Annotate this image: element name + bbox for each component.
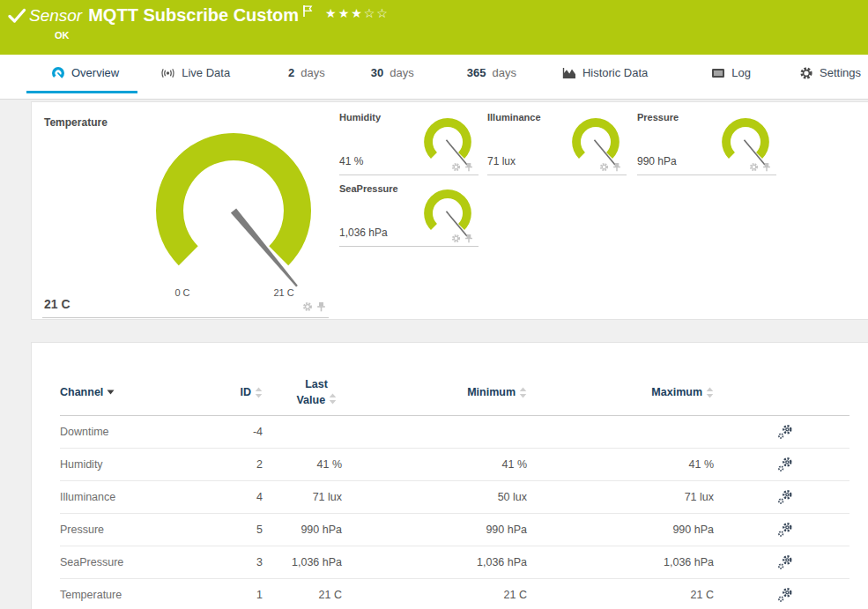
tab-2-days[interactable]: 2 days bbox=[288, 55, 325, 91]
sort-both-icon bbox=[255, 387, 263, 398]
tab-historic-data-label: Historic Data bbox=[582, 66, 648, 79]
channel-settings-gears-icon[interactable] bbox=[777, 457, 849, 472]
pin-icon[interactable] bbox=[464, 162, 473, 172]
channel-minimum: 41 % bbox=[502, 458, 528, 471]
channel-minimum: 21 C bbox=[504, 589, 527, 601]
tab-overview-label: Overview bbox=[71, 66, 119, 79]
table-row: Downtime -4 bbox=[60, 416, 849, 449]
gauge-tile-humidity: Humidity 41 % bbox=[339, 108, 479, 175]
pin-icon[interactable] bbox=[612, 162, 621, 172]
flag-icon[interactable] bbox=[302, 4, 313, 21]
tab-log-label: Log bbox=[731, 66, 751, 79]
channel-name: Illuminance bbox=[60, 491, 115, 503]
channel-maximum: 990 hPa bbox=[672, 524, 714, 536]
object-type-label: Sensor bbox=[29, 6, 82, 25]
channel-id: 1 bbox=[256, 589, 263, 601]
table-row: Temperature 1 21 C 21 C 21 C bbox=[60, 579, 849, 609]
tab-365-days-number: 365 bbox=[467, 66, 486, 79]
sort-desc-icon bbox=[107, 390, 115, 395]
tab-log[interactable]: Log bbox=[711, 55, 751, 91]
gauge-tile-title: Illuminance bbox=[487, 112, 541, 123]
column-header-minimum[interactable]: Minimum bbox=[467, 386, 527, 398]
gauge-tile-value: 1,036 hPa bbox=[339, 227, 388, 239]
primary-gauge-tile: Temperature 0 C 21 C 21 C bbox=[42, 106, 329, 318]
channel-id: 4 bbox=[256, 491, 263, 503]
tab-30-days[interactable]: 30 days bbox=[371, 55, 414, 91]
tab-settings-label: Settings bbox=[820, 66, 861, 79]
prtg-sensor-page: { "colors": { "green": "#b1c90e", "blue"… bbox=[0, 0, 868, 609]
channel-settings-gears-icon[interactable] bbox=[777, 489, 849, 505]
channel-gear-icon[interactable] bbox=[451, 162, 461, 172]
channel-name: SeaPressure bbox=[60, 556, 123, 568]
gauge-scale-max: 21 C bbox=[273, 287, 293, 298]
pin-icon[interactable] bbox=[316, 301, 326, 312]
channel-gear-icon[interactable] bbox=[599, 162, 609, 172]
channel-name: Downtime bbox=[60, 426, 109, 438]
priority-stars[interactable]: ★★★☆☆ bbox=[325, 6, 389, 20]
column-header-last-value-label: Last Value bbox=[296, 378, 327, 406]
log-list-icon bbox=[711, 66, 725, 80]
channel-last-value: 21 C bbox=[319, 589, 342, 601]
tab-365-days[interactable]: 365 days bbox=[467, 55, 516, 91]
column-header-last-value[interactable]: Last Value bbox=[291, 376, 342, 408]
tab-settings[interactable]: Settings bbox=[799, 55, 861, 91]
tab-overview[interactable]: Overview bbox=[51, 55, 119, 91]
channel-id: 3 bbox=[256, 556, 263, 568]
gauge-tile-value: 990 hPa bbox=[637, 155, 677, 167]
channel-maximum: 71 lux bbox=[685, 491, 714, 503]
area-chart-icon bbox=[562, 66, 576, 80]
gauge-tile-title: Pressure bbox=[637, 112, 679, 123]
gauge-tile-illuminance: Illuminance 71 lux bbox=[487, 108, 627, 175]
tab-live-data[interactable]: Live Data bbox=[160, 55, 230, 91]
temperature-gauge bbox=[145, 127, 322, 303]
channel-settings-gears-icon[interactable] bbox=[777, 424, 849, 440]
channel-settings-gears-icon[interactable] bbox=[777, 554, 849, 570]
tab-365-days-unit: days bbox=[492, 66, 516, 79]
gauge-tile-value: 71 lux bbox=[487, 155, 516, 167]
channel-id: 5 bbox=[256, 524, 263, 536]
channel-gear-icon[interactable] bbox=[451, 234, 461, 243]
stars-filled: ★★★ bbox=[325, 6, 364, 20]
table-row: Humidity 2 41 % 41 % 41 % bbox=[60, 449, 849, 481]
channel-last-value: 71 lux bbox=[313, 491, 342, 503]
stars-empty: ☆☆ bbox=[364, 6, 389, 20]
gauge-icon bbox=[51, 66, 65, 80]
gauge-scale-min: 0 C bbox=[174, 287, 189, 298]
table-row: Pressure 5 990 hPa 990 hPa 990 hPa bbox=[60, 514, 849, 546]
gauge-tile-pressure: Pressure 990 hPa bbox=[637, 108, 776, 175]
column-header-channel-label: Channel bbox=[60, 386, 103, 398]
gauge-tile-seapressure: SeaPressure 1,036 hPa bbox=[339, 179, 479, 247]
tab-2-days-number: 2 bbox=[288, 66, 294, 79]
status-badge: OK bbox=[55, 30, 70, 41]
pin-icon[interactable] bbox=[464, 234, 473, 243]
channel-gear-icon[interactable] bbox=[749, 162, 759, 172]
channel-settings-gears-icon[interactable] bbox=[777, 587, 849, 603]
column-header-id[interactable]: ID bbox=[241, 386, 263, 398]
channel-table: Channel ID Last Value Minimum Maximum bbox=[60, 369, 849, 609]
channel-settings-gears-icon[interactable] bbox=[777, 522, 849, 538]
channel-name: Humidity bbox=[60, 458, 103, 471]
tab-30-days-number: 30 bbox=[371, 66, 383, 79]
channel-name: Pressure bbox=[60, 524, 104, 536]
channel-gear-icon[interactable] bbox=[302, 301, 313, 312]
pin-icon[interactable] bbox=[762, 162, 771, 172]
tab-30-days-unit: days bbox=[389, 66, 413, 79]
primary-gauge-value: 21 C bbox=[44, 297, 70, 311]
channel-maximum: 21 C bbox=[691, 589, 714, 601]
channel-last-value: 41 % bbox=[317, 458, 343, 471]
tab-historic-data[interactable]: Historic Data bbox=[562, 55, 648, 91]
channel-last-value: 990 hPa bbox=[300, 524, 342, 536]
page-title: MQTT Subscribe Custom bbox=[88, 5, 299, 25]
table-row: Illuminance 4 71 lux 50 lux 71 lux bbox=[60, 481, 849, 514]
channel-minimum: 50 lux bbox=[498, 491, 527, 503]
tab-2-days-unit: days bbox=[300, 66, 324, 79]
channel-name: Temperature bbox=[60, 589, 122, 601]
gauges-card: Temperature 0 C 21 C 21 C Humidity bbox=[31, 101, 868, 320]
column-header-maximum[interactable]: Maximum bbox=[651, 386, 714, 398]
tab-bar: Overview Live Data 2 days 30 days 365 da… bbox=[0, 55, 868, 100]
sensor-header: SensorMQTT Subscribe Custom★★★☆☆ OK bbox=[0, 0, 868, 55]
column-header-channel[interactable]: Channel bbox=[60, 386, 115, 398]
gauge-tile-value: 41 % bbox=[339, 155, 363, 167]
overview-content: Temperature 0 C 21 C 21 C Humidity bbox=[0, 100, 868, 609]
channel-minimum: 990 hPa bbox=[486, 524, 527, 536]
